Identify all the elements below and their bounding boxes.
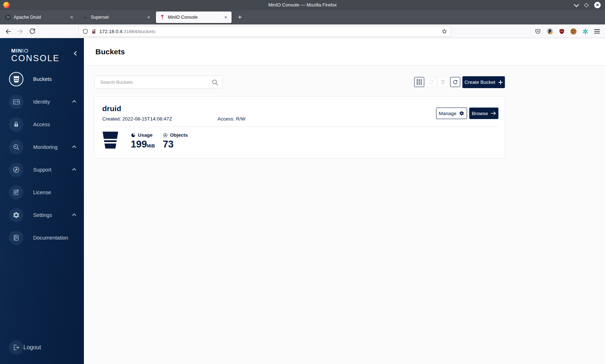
sidebar-item-label: Support <box>33 167 51 173</box>
usage-metric: Usage 199MiB <box>131 132 155 149</box>
sidebar-item-monitoring[interactable]: Monitoring <box>0 139 84 155</box>
logo-io-text: IO <box>22 47 29 54</box>
main-content: Buckets Create Bucket druid <box>84 38 605 364</box>
search-icon <box>212 79 218 86</box>
tracking-shield-icon[interactable] <box>82 28 88 35</box>
bucket-name[interactable]: druid <box>102 104 121 113</box>
sidebar-menu: Buckets Identity Access Monitoring <box>0 71 84 246</box>
tab-label: Superset <box>91 15 146 20</box>
colorful-extension-icon[interactable] <box>582 28 588 35</box>
arrow-right-icon <box>491 111 496 115</box>
ublock-origin-icon[interactable]: UO <box>559 28 565 35</box>
browse-label: Browse <box>472 111 488 116</box>
sidebar-item-label: Documentation <box>33 235 68 241</box>
replication-button[interactable] <box>426 77 436 87</box>
plus-icon <box>498 80 503 85</box>
window-title: MinIO Console — Mozilla Firefox <box>0 0 605 10</box>
url-bar[interactable]: 172.18.0.4:31664/buckets <box>79 26 451 37</box>
url-host: 172.18.0.4 <box>99 29 122 34</box>
superset-favicon-icon: ∞ <box>82 14 88 20</box>
objects-icon <box>163 133 168 138</box>
bucket-access: Access: R/W <box>218 116 245 122</box>
tab-minio-console[interactable]: MinIO Console × <box>156 12 232 23</box>
sidebar-item-support[interactable]: Support <box>0 162 84 178</box>
create-bucket-label: Create Bucket <box>465 79 496 85</box>
logout-icon <box>9 340 23 355</box>
sidebar-item-documentation[interactable]: Documentation <box>0 230 84 246</box>
create-bucket-button[interactable]: Create Bucket <box>462 76 505 88</box>
cookie-extension-icon[interactable] <box>570 28 577 35</box>
sidebar-item-buckets[interactable]: Buckets <box>0 71 84 87</box>
sidebar-item-settings[interactable]: Settings <box>0 207 84 223</box>
window-close-icon[interactable]: ✕ <box>594 2 601 8</box>
usage-unit: MiB <box>147 144 155 149</box>
tab-apache-druid[interactable]: Apache Druid × <box>2 12 77 23</box>
gear-icon <box>459 111 464 116</box>
chevron-up-icon[interactable] <box>72 213 76 217</box>
minio-console-app: MINIO CONSOLE Buckets Identity <box>0 38 605 364</box>
search-input[interactable] <box>95 76 222 88</box>
sidebar-item-label: Access <box>33 122 50 127</box>
delete-buckets-button[interactable] <box>438 77 448 87</box>
forward-button[interactable] <box>16 27 24 36</box>
tab-close-icon[interactable]: × <box>146 14 151 20</box>
minio-favicon-icon <box>159 14 165 20</box>
chevron-up-icon[interactable] <box>72 168 76 172</box>
usage-label: Usage <box>138 132 153 138</box>
logo-min-text: MIN <box>11 47 22 54</box>
menu-hamburger-icon[interactable] <box>594 29 600 33</box>
documentation-book-icon <box>9 231 23 245</box>
bucket-created: Created: 2022-08-15T14:08:47Z <box>102 116 172 122</box>
manage-button[interactable]: Manage <box>436 108 467 119</box>
insecure-lock-icon[interactable] <box>91 28 97 35</box>
tab-close-icon[interactable]: × <box>223 14 228 20</box>
window-titlebar: MinIO Console — Mozilla Firefox ✕ <box>0 0 605 10</box>
card-divider <box>102 127 498 127</box>
sidebar-item-label: Monitoring <box>33 144 58 150</box>
chevron-up-icon[interactable] <box>72 100 76 104</box>
back-button[interactable] <box>4 27 12 36</box>
sidebar: MINIO CONSOLE Buckets Identity <box>0 38 84 364</box>
druid-favicon-icon <box>5 14 11 20</box>
sidebar-item-label: License <box>33 190 51 195</box>
monitoring-search-icon <box>9 140 23 154</box>
navigation-toolbar: 172.18.0.4:31664/buckets UO <box>0 24 605 38</box>
minio-logo: MINIO CONSOLE <box>0 38 84 63</box>
new-tab-button[interactable]: + <box>234 12 245 23</box>
tab-label: MinIO Console <box>168 15 223 20</box>
bucket-icon-large <box>102 132 118 149</box>
sidebar-item-license[interactable]: License <box>0 185 84 200</box>
tab-strip: Apache Druid × ∞ Superset × MinIO Consol… <box>0 10 605 24</box>
sidebar-item-label: Buckets <box>33 76 52 82</box>
page-title: Buckets <box>95 47 125 56</box>
logo-console-text: CONSOLE <box>11 53 84 63</box>
tab-label: Apache Druid <box>14 15 69 20</box>
bookmark-star-icon[interactable] <box>442 28 447 34</box>
manage-label: Manage <box>439 111 457 116</box>
grid-view-button[interactable] <box>414 77 424 87</box>
sidebar-item-access[interactable]: Access <box>0 117 84 132</box>
bucket-card: druid Created: 2022-08-15T14:08:47Z Acce… <box>94 96 505 158</box>
sidebar-item-logout[interactable]: Logout <box>9 340 41 355</box>
privacy-extension-icon[interactable] <box>547 28 553 35</box>
support-wrench-icon <box>9 163 23 177</box>
usage-pie-icon <box>131 133 136 138</box>
page-header: Buckets <box>84 38 605 65</box>
tab-close-icon[interactable]: × <box>69 14 74 20</box>
url-path: :31664/buckets <box>122 29 156 34</box>
objects-value: 73 <box>163 140 188 149</box>
browse-button[interactable]: Browse <box>469 108 498 119</box>
objects-metric: Objects 73 <box>163 132 188 149</box>
svg-text:UO: UO <box>560 30 563 32</box>
search-box <box>94 76 223 89</box>
window-maximize-icon[interactable] <box>584 3 589 8</box>
sidebar-item-identity[interactable]: Identity <box>0 94 84 110</box>
chevron-up-icon[interactable] <box>72 145 76 149</box>
sidebar-item-label: Settings <box>33 212 52 218</box>
reload-button[interactable] <box>28 27 37 36</box>
tab-superset[interactable]: ∞ Superset × <box>79 12 154 23</box>
license-document-icon <box>9 185 23 200</box>
sidebar-item-label: Identity <box>33 99 50 105</box>
refresh-button[interactable] <box>450 77 460 87</box>
pocket-icon[interactable] <box>535 28 541 35</box>
